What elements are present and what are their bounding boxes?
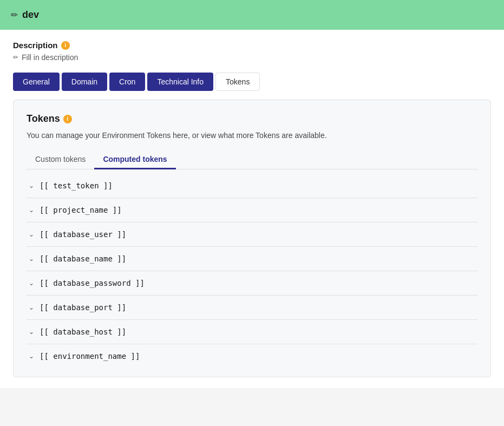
token-item[interactable]: ⌄ [[ test_token ]]: [27, 174, 477, 198]
tab-general[interactable]: General: [13, 73, 60, 91]
token-item[interactable]: ⌄ [[ database_user ]]: [27, 222, 477, 247]
tokens-panel: Tokens i You can manage your Environment…: [13, 100, 491, 377]
token-name: [[ project_name ]]: [40, 206, 122, 214]
token-name: [[ database_port ]]: [40, 303, 126, 312]
description-placeholder: Fill in description: [22, 53, 78, 62]
token-name: [[ database_user ]]: [40, 230, 126, 239]
token-name: [[ database_password ]]: [40, 279, 145, 287]
chevron-down-icon: ⌄: [29, 182, 34, 189]
token-item[interactable]: ⌄ [[ environment_name ]]: [27, 344, 477, 368]
tabs-bar: General Domain Cron Technical Info Token…: [13, 73, 491, 91]
token-item[interactable]: ⌄ [[ project_name ]]: [27, 198, 477, 222]
token-item[interactable]: ⌄ [[ database_host ]]: [27, 320, 477, 344]
tab-tokens[interactable]: Tokens: [215, 73, 260, 91]
token-item[interactable]: ⌄ [[ database_port ]]: [27, 296, 477, 320]
description-label: Description i: [13, 41, 491, 50]
pencil-icon: ✏: [11, 10, 18, 20]
chevron-down-icon: ⌄: [29, 279, 34, 287]
tab-technical-info[interactable]: Technical Info: [147, 73, 213, 91]
tab-cron[interactable]: Cron: [109, 73, 145, 91]
chevron-down-icon: ⌄: [29, 304, 34, 311]
token-tab-computed[interactable]: Computed tokens: [94, 150, 175, 169]
tab-domain[interactable]: Domain: [62, 73, 107, 91]
tokens-title-text: Tokens: [27, 113, 60, 124]
chevron-down-icon: ⌄: [29, 352, 34, 360]
token-tab-custom[interactable]: Custom tokens: [27, 150, 94, 169]
token-list: ⌄ [[ test_token ]] ⌄ [[ project_name ]] …: [27, 174, 477, 368]
token-name: [[ database_host ]]: [40, 327, 126, 336]
description-label-text: Description: [13, 41, 58, 50]
description-edit-link[interactable]: ✏ Fill in description: [13, 53, 491, 62]
app-title: dev: [22, 9, 39, 21]
token-item[interactable]: ⌄ [[ database_name ]]: [27, 247, 477, 271]
app-header: ✏ dev: [0, 0, 504, 30]
tokens-panel-title: Tokens i: [27, 113, 477, 124]
token-name: [[ test_token ]]: [40, 181, 113, 190]
token-name: [[ database_name ]]: [40, 254, 126, 263]
token-item[interactable]: ⌄ [[ database_password ]]: [27, 271, 477, 296]
chevron-down-icon: ⌄: [29, 206, 34, 214]
tokens-info-badge: i: [63, 115, 72, 123]
chevron-down-icon: ⌄: [29, 255, 34, 263]
edit-icon: ✏: [13, 54, 18, 61]
token-tabs: Custom tokens Computed tokens: [27, 150, 477, 169]
tokens-description: You can manage your Environment Tokens h…: [27, 131, 477, 140]
token-name: [[ environment_name ]]: [40, 352, 140, 361]
info-badge: i: [61, 41, 70, 50]
description-section: Description i ✏ Fill in description: [13, 41, 491, 62]
page-content: Description i ✏ Fill in description Gene…: [0, 30, 504, 388]
chevron-down-icon: ⌄: [29, 328, 34, 336]
chevron-down-icon: ⌄: [29, 231, 34, 238]
